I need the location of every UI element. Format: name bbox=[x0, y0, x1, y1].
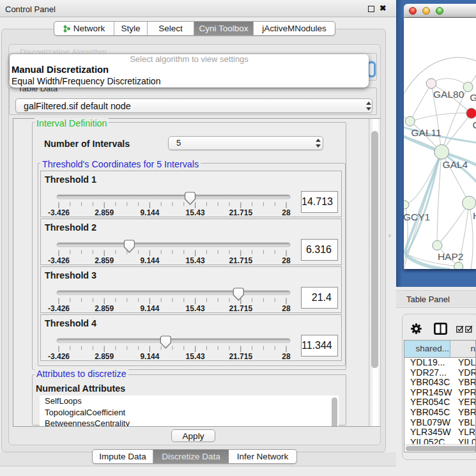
svg-text:9.144: 9.144 bbox=[140, 304, 159, 313]
svg-text:28: 28 bbox=[282, 256, 291, 265]
svg-text:HIS4: HIS4 bbox=[473, 210, 476, 221]
svg-text:2.859: 2.859 bbox=[95, 304, 114, 313]
svg-text:-3.426: -3.426 bbox=[48, 304, 70, 313]
svg-text:15.43: 15.43 bbox=[186, 256, 205, 265]
svg-text:HAP2: HAP2 bbox=[438, 251, 464, 262]
svg-text:9.144: 9.144 bbox=[140, 256, 159, 265]
svg-text:15.43: 15.43 bbox=[186, 352, 205, 361]
svg-text:9.144: 9.144 bbox=[140, 352, 159, 361]
svg-text:21.715: 21.715 bbox=[229, 352, 252, 361]
svg-text:GCY1: GCY1 bbox=[404, 211, 430, 222]
svg-text:-3.426: -3.426 bbox=[48, 256, 70, 265]
svg-text:-3.426: -3.426 bbox=[48, 352, 70, 361]
svg-text:GAL80: GAL80 bbox=[433, 89, 464, 100]
svg-text:28: 28 bbox=[282, 304, 291, 313]
svg-text:2.859: 2.859 bbox=[95, 256, 114, 265]
svg-text:GAL4: GAL4 bbox=[443, 159, 468, 170]
svg-text:GAL2: GAL2 bbox=[470, 92, 476, 103]
svg-text:21.715: 21.715 bbox=[229, 256, 252, 265]
svg-text:21.715: 21.715 bbox=[229, 208, 252, 217]
svg-text:9.144: 9.144 bbox=[140, 208, 159, 217]
svg-text:21.715: 21.715 bbox=[229, 304, 252, 313]
svg-text:2.859: 2.859 bbox=[95, 352, 114, 361]
svg-text:CDC: CDC bbox=[473, 119, 476, 130]
svg-text:28: 28 bbox=[282, 208, 291, 217]
svg-text:-3.426: -3.426 bbox=[48, 208, 70, 217]
svg-text:15.43: 15.43 bbox=[186, 208, 205, 217]
svg-text:28: 28 bbox=[282, 352, 291, 361]
svg-text:2.859: 2.859 bbox=[95, 208, 114, 217]
svg-text:GAL11: GAL11 bbox=[411, 127, 441, 138]
svg-text:15.43: 15.43 bbox=[186, 304, 205, 313]
